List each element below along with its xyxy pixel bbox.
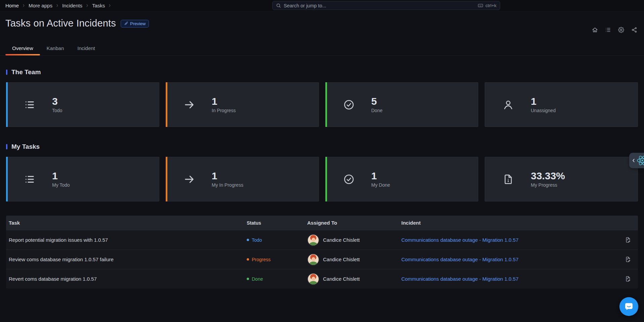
column-header-task: Task — [6, 220, 241, 226]
search-input[interactable] — [284, 3, 475, 8]
tab-kanban[interactable]: Kanban — [40, 41, 71, 55]
dev-panel-toggle[interactable] — [629, 153, 644, 168]
assignee-cell: Candice Chislett — [305, 273, 399, 285]
table-row: Revert coms database migration 1.0.57 Do… — [6, 269, 638, 288]
task-cell: Revert coms database migration 1.0.57 — [6, 276, 241, 282]
section-title-my-tasks: My Tasks — [6, 143, 638, 150]
edit-document-icon[interactable] — [625, 256, 631, 263]
check-circle-icon — [343, 99, 355, 110]
search-icon — [276, 3, 281, 8]
breadcrumb-incidents[interactable]: Incidents — [62, 3, 82, 8]
table-row: Report potential migration issues with 1… — [6, 230, 638, 249]
breadcrumb-tasks[interactable]: Tasks — [92, 3, 105, 8]
stat-card-in-progress: 1 In Progress — [166, 82, 319, 127]
share-icon[interactable] — [631, 27, 637, 33]
column-header-incident: Incident — [399, 220, 618, 226]
chevron-right-icon — [22, 4, 26, 7]
header-toolbar — [592, 27, 637, 33]
page-header: Tasks on Active Incidents Preview — [0, 11, 644, 30]
tab-overview-label: Overview — [12, 45, 33, 51]
tab-overview[interactable]: Overview — [5, 41, 40, 55]
breadcrumb-more-apps[interactable]: More apps — [29, 3, 52, 8]
stat-value: 1 — [212, 96, 236, 107]
stat-value: 1 — [212, 171, 243, 181]
edit-document-icon[interactable] — [625, 237, 631, 243]
team-stat-cards: 3 Todo 1 In Progress 5 Done 1 Unassigned — [6, 82, 638, 127]
breadcrumb: Home More apps Incidents Tasks — [5, 3, 112, 8]
search-bar[interactable]: ctrl+k — [272, 1, 500, 10]
stat-card-my-progress: 33.33% My Progress — [485, 157, 638, 201]
person-icon — [502, 99, 514, 110]
tab-incident-label: Incident — [77, 45, 95, 51]
stat-value: 1 — [531, 96, 556, 107]
chevron-left-icon — [631, 158, 636, 163]
assignee-cell: Candice Chislett — [305, 254, 399, 266]
incident-link[interactable]: Communications database outage - Migrati… — [399, 276, 519, 282]
section-label: The Team — [11, 68, 41, 76]
section-marker — [6, 144, 7, 149]
tab-incident[interactable]: Incident — [71, 41, 102, 55]
home-icon[interactable] — [592, 27, 598, 33]
stat-label: My In Progress — [212, 182, 243, 188]
status-dot — [247, 239, 249, 241]
chat-launcher-button[interactable] — [619, 297, 638, 316]
status-label: Progress — [252, 257, 271, 262]
stat-value: 3 — [52, 96, 62, 107]
status-badge: Todo — [241, 237, 305, 243]
stat-card-todo: 3 Todo — [6, 82, 159, 127]
section-marker — [6, 70, 7, 75]
stat-label: Unassigned — [531, 108, 556, 113]
avatar — [307, 254, 319, 266]
gear-icon[interactable] — [618, 27, 624, 33]
table-header-row: Task Status Assigned To Incident — [6, 216, 638, 230]
my-tasks-stat-cards: 1 My Todo 1 My In Progress 1 My Done 33.… — [6, 157, 638, 201]
stat-card-my-todo: 1 My Todo — [6, 157, 159, 201]
arrow-right-icon — [184, 174, 195, 185]
stat-card-done: 5 Done — [325, 82, 479, 127]
breadcrumb-home[interactable]: Home — [5, 3, 19, 8]
panel-list-icon[interactable] — [605, 27, 611, 33]
list-icon — [24, 174, 35, 185]
stat-label: My Progress — [531, 182, 565, 188]
tab-bar: Overview Kanban Incident — [0, 41, 644, 56]
assignee-name: Candice Chislett — [323, 257, 360, 262]
stat-label: Todo — [52, 108, 62, 113]
stat-label: In Progress — [212, 108, 236, 113]
list-icon — [24, 99, 35, 110]
page-title: Tasks on Active Incidents — [5, 16, 116, 30]
chevron-right-icon — [55, 4, 59, 7]
stat-card-unassigned: 1 Unassigned — [485, 82, 638, 127]
keyboard-shortcut: ctrl+k — [478, 3, 496, 8]
incident-link[interactable]: Communications database outage - Migrati… — [399, 237, 519, 243]
rocket-icon — [124, 21, 128, 26]
assignee-name: Candice Chislett — [323, 237, 360, 243]
section-title-the-team: The Team — [6, 68, 638, 76]
task-cell: Review coms database migration 1.0.57 fa… — [6, 257, 241, 262]
stat-label: My Todo — [52, 182, 70, 188]
stat-card-my-in-progress: 1 My In Progress — [166, 157, 319, 201]
column-header-status: Status — [241, 220, 305, 226]
status-dot — [247, 258, 249, 261]
task-cell: Report potential migration issues with 1… — [6, 237, 241, 243]
preview-badge: Preview — [121, 20, 149, 28]
assignee-cell: Candice Chislett — [305, 234, 399, 246]
main-content: The Team 3 Todo 1 In Progress 5 Done 1 U… — [0, 68, 644, 288]
avatar — [307, 273, 319, 285]
status-label: Done — [252, 276, 263, 282]
chat-bubble-icon — [624, 302, 634, 312]
keyboard-icon — [478, 3, 483, 8]
stat-value: 1 — [371, 171, 390, 181]
column-header-assigned-to: Assigned To — [305, 220, 399, 226]
react-atom-icon — [637, 155, 644, 166]
table-row: Review coms database migration 1.0.57 fa… — [6, 249, 638, 269]
tab-kanban-label: Kanban — [47, 45, 64, 51]
tasks-table: Task Status Assigned To Incident Report … — [6, 216, 638, 288]
chevron-right-icon — [108, 4, 112, 7]
incident-link[interactable]: Communications database outage - Migrati… — [399, 257, 519, 262]
stat-label: Done — [371, 108, 383, 113]
document-icon — [502, 174, 514, 185]
edit-document-icon[interactable] — [625, 276, 631, 282]
assignee-name: Candice Chislett — [323, 276, 360, 282]
preview-badge-label: Preview — [130, 21, 146, 26]
status-label: Todo — [252, 237, 262, 243]
